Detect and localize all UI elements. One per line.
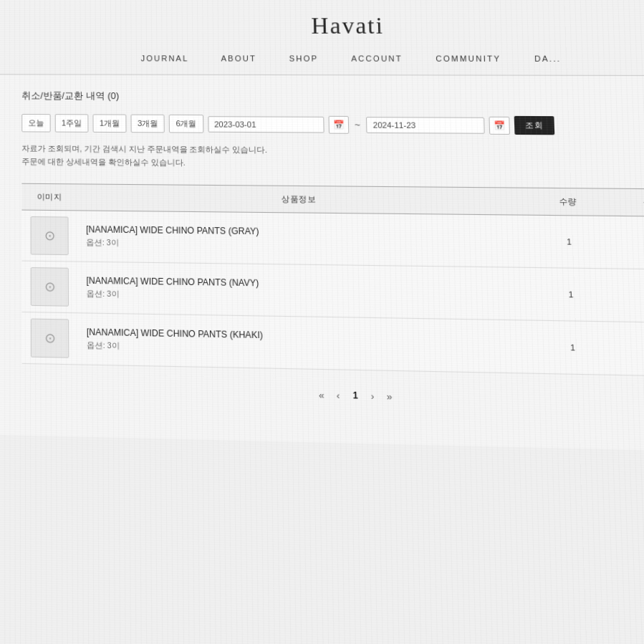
nav-item-community[interactable]: COMMUNITY [419,51,518,66]
product-image-placeholder: ⊙ [31,267,69,307]
product-image-cell: ⊙ [21,261,77,313]
filter-3month[interactable]: 3개월 [131,115,165,133]
camera-icon: ⊙ [44,330,55,346]
product-image-cell: ⊙ [21,210,77,261]
nav-item-journal[interactable]: JOURNAL [125,51,205,65]
nav-item-account[interactable]: ACCOUNT [335,51,419,66]
site-title: Havati [0,11,644,39]
filter-today[interactable]: 오늘 [21,114,50,133]
pagination-first[interactable]: « [315,388,329,403]
calendar-to-icon[interactable]: 📅 [489,116,511,134]
filter-1week[interactable]: 1주일 [55,114,89,133]
orders-table: 이미지 상품정보 수량 상품 ⊙ [NANAMICA] WIDE CHINO P… [21,183,644,377]
search-button[interactable]: 조회 [514,116,555,135]
nav-bar: JOURNAL ABOUT SHOP ACCOUNT COMMUNITY DA.… [0,45,644,76]
date-from-input[interactable] [208,116,324,133]
nav-item-da[interactable]: DA... [517,51,578,66]
product-info-cell: [NANAMICA] WIDE CHINO PANTS (KHAKI) 옵션: … [77,312,532,373]
pagination-prev[interactable]: ‹ [332,388,344,403]
product-price [612,269,644,323]
main-content: 취소/반품/교환 내역 (0) 오늘 1주일 1개월 3개월 6개월 📅 ~ 📅… [0,75,644,451]
info-text: 자료가 조회되며, 기간 검색시 지난 주문내역을 조회하실수 있습니다. 주문… [21,143,644,173]
table-row: ⊙ [NANAMICA] WIDE CHINO PANTS (GRAY) 옵션:… [21,210,644,269]
table-row: ⊙ [NANAMICA] WIDE CHINO PANTS (KHAKI) 옵션… [22,312,644,376]
product-option: 옵션: 3이 [86,237,519,253]
product-option: 옵션: 3이 [87,289,520,306]
product-name: [NANAMICA] WIDE CHINO PANTS (GRAY) [86,224,518,239]
filter-6month[interactable]: 6개월 [169,115,203,133]
product-info-cell: [NANAMICA] WIDE CHINO PANTS (GRAY) 옵션: 3… [77,211,529,267]
date-separator: ~ [353,119,362,130]
col-price: 상품 [609,188,644,216]
product-qty: 1 [528,267,614,322]
camera-icon: ⊙ [44,278,55,294]
pagination-next[interactable]: › [367,389,378,404]
calendar-from-icon[interactable]: 📅 [328,115,349,133]
product-qty: 1 [530,320,616,375]
site-header: Havati [0,0,644,45]
col-image: 이미지 [21,183,77,211]
col-qty: 수량 [526,188,610,216]
pagination-last[interactable]: » [383,389,396,404]
product-image-cell: ⊙ [22,312,78,364]
nav-item-shop[interactable]: SHOP [273,51,335,66]
nav-item-about[interactable]: ABOUT [205,51,273,65]
product-price: 39... [614,322,644,377]
product-image-placeholder: ⊙ [31,216,69,255]
filter-bar: 오늘 1주일 1개월 3개월 6개월 📅 ~ 📅 조회 [21,114,644,135]
date-to-input[interactable] [366,117,485,134]
filter-1month[interactable]: 1개월 [93,114,127,133]
section-title: 취소/반품/교환 내역 (0) [21,90,644,105]
product-info-cell: [NANAMICA] WIDE CHINO PANTS (NAVY) 옵션: 3… [77,261,530,320]
camera-icon: ⊙ [44,227,54,244]
product-price [610,216,644,269]
product-image-placeholder: ⊙ [31,318,69,357]
col-product-info: 상품정보 [77,184,527,215]
product-qty: 1 [527,215,612,269]
pagination-current[interactable]: 1 [348,389,362,403]
